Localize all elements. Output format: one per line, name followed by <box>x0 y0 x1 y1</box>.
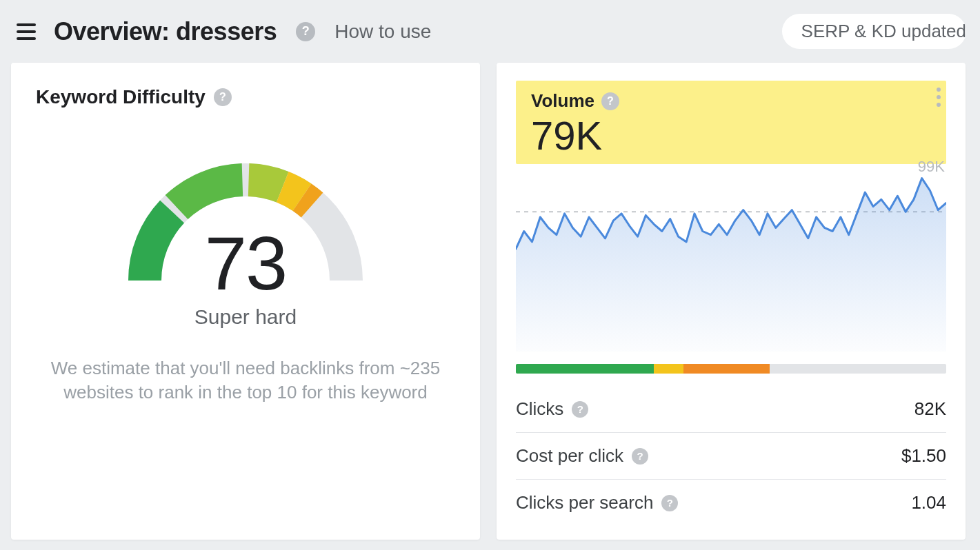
volume-card: Volume ? 79K 99K Clicks?82KCost per clic… <box>497 63 966 540</box>
help-icon[interactable]: ? <box>661 495 678 511</box>
help-icon[interactable]: ? <box>572 401 588 418</box>
help-icon[interactable]: ? <box>296 22 315 41</box>
metric-value: 82K <box>914 398 946 420</box>
distribution-segment <box>654 364 684 374</box>
metric-value: $1.50 <box>901 445 946 467</box>
metric-value: 1.04 <box>911 492 946 513</box>
metric-row: Cost per click?$1.50 <box>516 433 946 480</box>
distribution-segment <box>770 364 946 374</box>
keyword-difficulty-card: Keyword Difficulty ? 73 Super hard We es… <box>11 63 480 540</box>
volume-distribution-bar <box>516 364 946 374</box>
volume-value: 79K <box>531 116 931 156</box>
distribution-segment <box>683 364 770 374</box>
how-to-use-link[interactable]: How to use <box>334 21 431 43</box>
volume-metrics: Clicks?82KCost per click?$1.50Clicks per… <box>516 386 946 526</box>
metric-row: Clicks?82K <box>516 386 946 433</box>
volume-title: Volume <box>531 90 594 112</box>
metric-label: Clicks <box>516 398 563 420</box>
kd-value: 73 <box>114 225 377 301</box>
volume-highlight: Volume ? 79K <box>516 81 946 164</box>
volume-chart <box>516 176 946 352</box>
help-icon[interactable]: ? <box>214 88 232 106</box>
title-keyword: dressers <box>176 17 277 45</box>
distribution-segment <box>516 364 654 374</box>
menu-icon[interactable] <box>14 21 39 43</box>
kd-title: Keyword Difficulty <box>36 86 206 108</box>
metric-row: Clicks per search?1.04 <box>516 480 946 526</box>
title-prefix: Overview: <box>54 17 176 45</box>
kebab-menu-icon[interactable] <box>932 83 945 111</box>
help-icon[interactable]: ? <box>632 448 648 465</box>
metric-label: Cost per click <box>516 445 623 467</box>
kd-gauge: 73 Super hard <box>114 143 377 294</box>
help-icon[interactable]: ? <box>601 92 619 110</box>
kd-label: Super hard <box>114 305 377 329</box>
page-title: Overview: dressers <box>54 17 277 46</box>
volume-peak-label: 99K <box>918 158 945 176</box>
serp-status-pill[interactable]: SERP & KD updated <box>782 14 966 49</box>
metric-label: Clicks per search <box>516 492 653 513</box>
